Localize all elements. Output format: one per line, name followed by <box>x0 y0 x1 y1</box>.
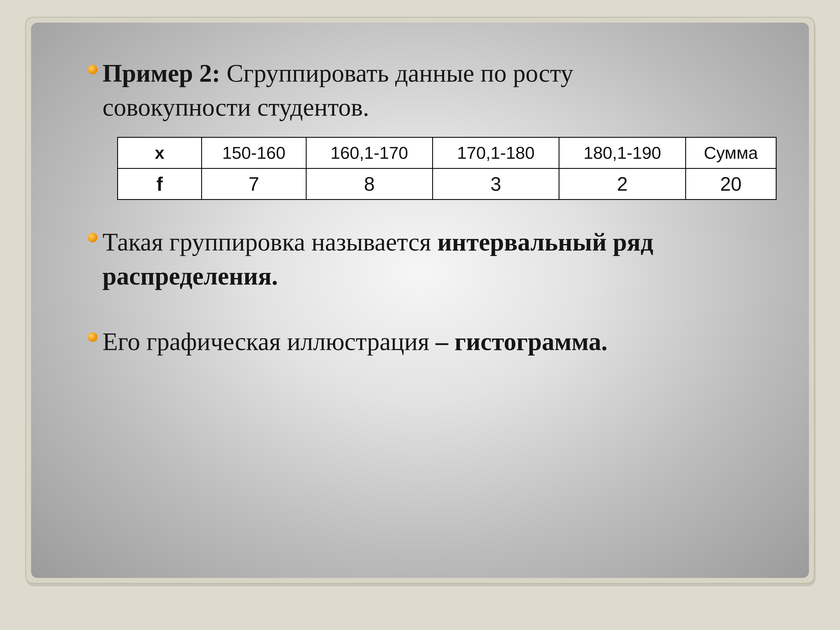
bullet-1-rest-line2: совокупности студентов. <box>103 93 369 121</box>
cell-f-1: 8 <box>306 169 433 199</box>
cell-f-2: 3 <box>433 169 559 199</box>
bullet-3-bold: – гистограмма. <box>429 328 607 355</box>
bullet-icon <box>88 233 98 242</box>
data-table: x 150-160 160,1-170 170,1-180 180,1-190 … <box>117 137 777 200</box>
cell-f-4: 20 <box>686 169 776 199</box>
cell-x-1: 160,1-170 <box>306 137 433 169</box>
bullet-2-text: Такая группировка называется интервальны… <box>103 225 771 293</box>
bullet-icon <box>88 65 98 74</box>
row-header-f: f <box>118 169 202 199</box>
table-row: f 7 8 3 2 20 <box>118 169 776 199</box>
bullet-item-1: Пример 2: Сгруппировать данные по росту … <box>79 56 771 124</box>
bullet-2-plain: Такая группировка называется <box>103 228 437 256</box>
bullet-item-3: Его графическая иллюстрация – гистограмм… <box>79 325 771 359</box>
table-row: x 150-160 160,1-170 170,1-180 180,1-190 … <box>118 137 776 169</box>
cell-x-0: 150-160 <box>202 137 306 169</box>
bullet-1-label: Пример 2: <box>103 59 220 87</box>
bullet-1-rest-line1: Сгруппировать данные по росту <box>220 59 573 87</box>
bullet-3-text: Его графическая иллюстрация – гистограмм… <box>103 325 771 359</box>
cell-f-0: 7 <box>202 169 306 199</box>
cell-x-3: 180,1-190 <box>559 137 685 169</box>
bullet-3-plain: Его графическая иллюстрация <box>103 328 429 355</box>
slide-inner: Пример 2: Сгруппировать данные по росту … <box>31 23 809 578</box>
cell-f-3: 2 <box>559 169 685 199</box>
bullet-item-2: Такая группировка называется интервальны… <box>79 225 771 293</box>
bullet-1-text: Пример 2: Сгруппировать данные по росту … <box>103 56 771 124</box>
slide-card: Пример 2: Сгруппировать данные по росту … <box>25 17 815 584</box>
cell-x-2: 170,1-180 <box>433 137 559 169</box>
cell-x-4: Сумма <box>686 137 776 169</box>
bullet-icon <box>88 332 98 342</box>
row-header-x: x <box>118 137 202 169</box>
